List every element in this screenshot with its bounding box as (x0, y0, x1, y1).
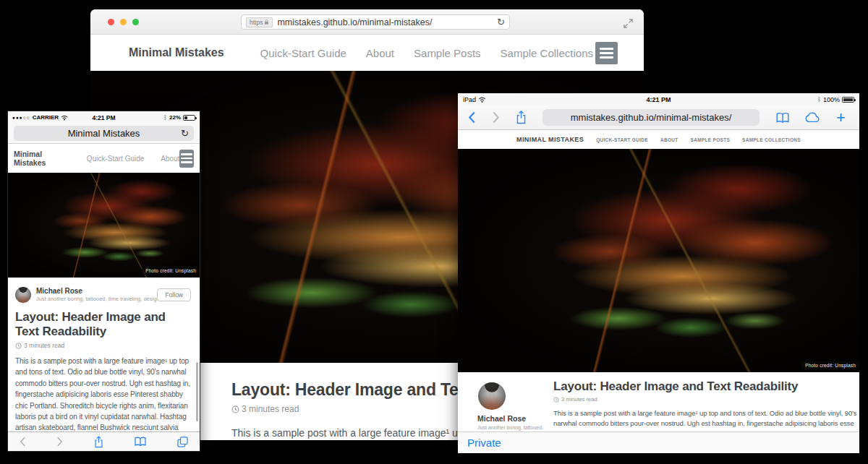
site-nav: Quick-Start Guide About Sample Posts Sam… (241, 47, 593, 59)
read-time: 3 minutes read (553, 396, 859, 403)
address-bar[interactable]: https mmistakes.github.io/minimal-mistak… (241, 14, 510, 30)
zoom-window-button[interactable] (132, 19, 139, 25)
icloud-tabs-icon[interactable] (804, 112, 822, 123)
battery-percent: 22% (169, 114, 181, 121)
post-content: Michael Rose Just another boring, tattoo… (8, 278, 200, 431)
carrier-label: CARRIER (33, 114, 59, 121)
ipad-safari: iPad 4:21 PM ᛒ 100% mmistakes.github.io/… (458, 93, 859, 453)
author-name: Michael Rose (36, 287, 166, 295)
author-info: Michael Rose Just another boring, tattoo… (36, 287, 166, 303)
https-badge: https (246, 17, 273, 27)
nav-sample-posts[interactable]: Sample Posts (414, 47, 481, 59)
follow-button[interactable]: Follow (157, 288, 191, 301)
bluetooth-icon: ᛒ (163, 115, 167, 121)
address-bar[interactable]: Minimal Mistakes ↻ (14, 126, 194, 141)
nav-about[interactable]: ABOUT (660, 137, 678, 142)
status-time: 4:21 PM (458, 96, 859, 103)
back-icon[interactable] (468, 111, 476, 124)
clock-icon (231, 405, 239, 413)
site-title-link[interactable]: MINIMAL MISTAKES (516, 136, 584, 143)
composite-screenshot: https mmistakes.github.io/minimal-mistak… (0, 0, 868, 464)
close-window-button[interactable] (108, 19, 114, 25)
fullscreen-icon[interactable] (624, 19, 633, 28)
read-time-label: 3 minutes read (24, 342, 64, 349)
clock-icon (15, 343, 22, 349)
post-content: Michael Rose Just another boring, tattoo… (458, 372, 859, 431)
site-masthead: Minimal Mistakes Quick-Start Guide About… (90, 35, 644, 71)
tabs-icon[interactable] (177, 437, 188, 447)
bookmarks-icon[interactable] (134, 437, 147, 447)
refresh-icon[interactable]: ↻ (181, 128, 189, 139)
nav-quick-start-guide[interactable]: Quick-Start Guide (260, 47, 346, 59)
nav-quick-start-guide[interactable]: Quick-Start Guide (87, 155, 144, 163)
header-feature-image: Photo credit: Unsplash (458, 149, 859, 372)
clock-icon (553, 397, 559, 403)
window-controls (108, 19, 139, 25)
read-time-label: 3 minutes read (242, 404, 299, 414)
bookmarks-icon[interactable] (775, 112, 790, 124)
private-button[interactable]: Private (467, 437, 501, 449)
safari-toolbar: mmistakes.github.io/minimal-mistakes/ + (458, 106, 859, 130)
url-text: mmistakes.github.io/minimal-mistakes/ (571, 112, 732, 123)
device-label: iPad (463, 96, 476, 103)
nav-sample-collections[interactable]: SAMPLE COLLECTIONS (742, 137, 801, 142)
safari-urlbar: Minimal Mistakes ↻ (8, 124, 200, 144)
author-bio: Just another boring, tattooed, (477, 425, 543, 430)
nav-sample-posts[interactable]: SAMPLE POSTS (691, 137, 731, 142)
browser-chrome: https mmistakes.github.io/minimal-mistak… (90, 9, 644, 35)
author-avatar (478, 382, 506, 410)
ipad-status-right: ᛒ 100% (817, 96, 854, 103)
site-title-link[interactable]: Minimal Mistakes (14, 150, 61, 167)
url-title: Minimal Mistakes (68, 128, 140, 139)
safari-bottom-toolbar (8, 431, 200, 451)
post-paragraph-1: This is a sample post with a large featu… (15, 356, 194, 431)
photo-credit-badge: Photo credit: Unsplash (142, 267, 200, 275)
minimize-window-button[interactable] (120, 19, 127, 25)
battery-percent: 100% (823, 96, 840, 103)
author-bio: Just another boring, tattooed, time trav… (36, 296, 166, 302)
share-icon[interactable] (94, 436, 103, 448)
scroll-indicator[interactable] (196, 362, 198, 421)
read-time-label: 3 minutes read (561, 396, 597, 403)
wifi-icon (478, 97, 486, 103)
share-icon[interactable] (516, 111, 527, 124)
nav-about[interactable]: About (366, 47, 394, 59)
nav-about[interactable]: About (161, 155, 179, 163)
header-feature-image: Photo credit: Unsplash (8, 173, 200, 278)
iphone-safari: ●●●○○ CARRIER 4:21 PM ᛒ 22% Minimal Mist… (7, 111, 200, 452)
battery-icon (183, 115, 195, 121)
menu-hamburger-icon[interactable] (179, 150, 194, 168)
wifi-icon (61, 115, 68, 121)
nav-quick-start-guide[interactable]: QUICK-START GUIDE (596, 137, 648, 142)
author-row: Michael Rose Just another boring, tattoo… (15, 287, 192, 303)
photo-credit-badge: Photo credit: Unsplash (801, 361, 859, 369)
ipad-status-bar: iPad 4:21 PM ᛒ 100% (458, 93, 859, 106)
post-paragraph: This is a sample post with a large featu… (553, 408, 859, 431)
author-name: Michael Rose (477, 414, 526, 423)
new-tab-icon[interactable]: + (836, 110, 846, 126)
post-title: Layout: Header Image and Text Readabilit… (553, 379, 859, 394)
private-browsing-bar: Private (458, 431, 859, 453)
post-title: Layout: Header Image and Text Readabilit… (15, 310, 192, 339)
lock-icon (264, 19, 269, 25)
forward-icon[interactable] (56, 437, 63, 447)
site-masthead: MINIMAL MISTAKES QUICK-START GUIDE ABOUT… (458, 130, 859, 149)
url-text: mmistakes.github.io/minimal-mistakes/ (277, 17, 493, 27)
iphone-status-bar: ●●●○○ CARRIER 4:21 PM ᛒ 22% (8, 111, 200, 124)
forward-icon[interactable] (492, 111, 500, 124)
back-icon[interactable] (20, 437, 26, 447)
post-article: Layout: Header Image and Text Readabilit… (553, 379, 859, 431)
site-title-link[interactable]: Minimal Mistakes (129, 46, 224, 59)
refresh-icon[interactable]: ↻ (497, 17, 505, 27)
address-bar[interactable]: mmistakes.github.io/minimal-mistakes/ (542, 109, 760, 126)
read-time: 3 minutes read (15, 342, 192, 349)
menu-hamburger-icon[interactable] (595, 42, 618, 64)
author-avatar (15, 287, 31, 303)
signal-dots-icon: ●●●○○ (12, 115, 30, 120)
iphone-status-right: ᛒ 22% (163, 114, 195, 121)
site-masthead: Minimal Mistakes Quick-Start Guide About (8, 144, 200, 173)
battery-icon (842, 97, 854, 103)
https-label: https (250, 19, 263, 26)
nav-sample-collections[interactable]: Sample Collections (501, 47, 593, 59)
bluetooth-icon: ᛒ (817, 97, 821, 103)
